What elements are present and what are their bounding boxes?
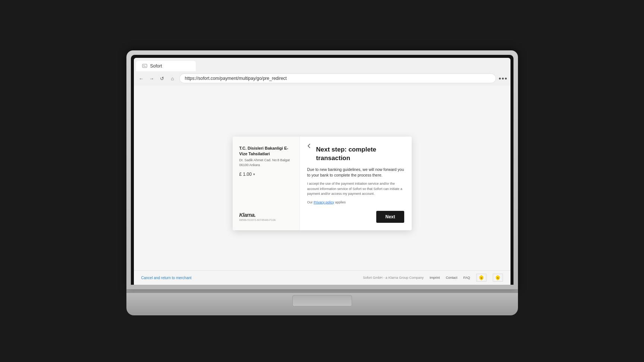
- privacy-line: Our Privacy policy applies: [307, 200, 404, 204]
- browser-content: T.C. Disisleri Bakanligi E-Vize Tahsilat…: [134, 85, 511, 285]
- svg-text:N: N: [497, 277, 499, 279]
- browser-tab-sofort[interactable]: Sofort: [136, 61, 196, 71]
- payment-main: T.C. Disisleri Bakanligi E-Vize Tahsilat…: [134, 97, 511, 270]
- merchant-address: Dr. Sadik Ahmet Cad. No:8 Balgat06100 An…: [239, 158, 293, 167]
- svg-rect-0: [142, 64, 147, 68]
- payment-dialog: T.C. Disisleri Bakanligi E-Vize Tahsilat…: [233, 137, 412, 230]
- dialog-desc-small: I accept the use of the payment initiati…: [307, 181, 404, 197]
- amount-row[interactable]: £ 1.00 ▾: [239, 172, 293, 177]
- norton-icon-1: N: [476, 274, 487, 282]
- next-button[interactable]: Next: [376, 211, 404, 223]
- url-bar[interactable]: https://sofort.com/payment/multipay/go/p…: [179, 74, 496, 83]
- klarna-logo: Klarna.: [239, 212, 293, 218]
- norton-badge-1: N: [476, 274, 487, 282]
- merchant-name: T.C. Disisleri Bakanligi E-Vize Tahsilat…: [239, 146, 293, 156]
- footer-company: Sofort GmbH - a Klarna Group Company: [363, 276, 424, 280]
- klarna-branding: Klarna. 68568-513372-60745446-F10A: [239, 205, 293, 221]
- laptop-hinge: [126, 289, 518, 293]
- footer-faq-link[interactable]: FAQ: [463, 276, 470, 280]
- norton-badge-2: N: [493, 274, 503, 282]
- forward-nav-btn[interactable]: →: [148, 75, 155, 82]
- dialog-right-panel: Next step: complete transaction Due to n…: [300, 137, 412, 230]
- browser-chrome: Sofort ← → ↺ ⌂ https://sofort.com/paymen…: [134, 58, 511, 85]
- tab-title: Sofort: [150, 63, 162, 69]
- page-footer: Cancel and return to merchant Sofort Gmb…: [134, 270, 511, 285]
- url-text: https://sofort.com/payment/multipay/go/p…: [185, 76, 287, 81]
- tab-favicon-icon: [142, 63, 147, 69]
- browser-toolbar: ← → ↺ ⌂ https://sofort.com/payment/multi…: [134, 71, 511, 85]
- dialog-desc-main: Due to new banking guidelines, we will n…: [307, 167, 404, 179]
- klarna-id: 68568-513372-60745446-F10A: [239, 219, 293, 221]
- cancel-return-link[interactable]: Cancel and return to merchant: [141, 276, 192, 280]
- menu-dot-3: [505, 78, 507, 79]
- merchant-info: T.C. Disisleri Bakanligi E-Vize Tahsilat…: [239, 146, 293, 177]
- footer-imprint-link[interactable]: Imprint: [430, 276, 440, 280]
- laptop-bottom: [126, 293, 518, 315]
- menu-dot-2: [502, 78, 504, 79]
- footer-right: Sofort GmbH - a Klarna Group Company Imp…: [363, 274, 503, 282]
- norton-icon-2: N: [493, 274, 503, 282]
- trackpad[interactable]: [292, 295, 352, 306]
- browser-menu[interactable]: [499, 78, 507, 79]
- home-nav-btn[interactable]: ⌂: [169, 75, 176, 82]
- dialog-title: Next step: complete transaction: [307, 146, 404, 162]
- reload-nav-btn[interactable]: ↺: [158, 75, 166, 82]
- svg-text:N: N: [481, 277, 482, 279]
- footer-contact-link[interactable]: Contact: [446, 276, 457, 280]
- privacy-prefix: Our: [307, 200, 314, 204]
- chevron-down-icon: ▾: [253, 172, 255, 176]
- amount: £ 1.00: [239, 172, 252, 177]
- menu-dot-1: [499, 78, 501, 79]
- laptop: Sofort ← → ↺ ⌂ https://sofort.com/paymen…: [126, 50, 518, 312]
- payment-page: T.C. Disisleri Bakanligi E-Vize Tahsilat…: [134, 85, 511, 285]
- dialog-left-panel: T.C. Disisleri Bakanligi E-Vize Tahsilat…: [233, 137, 300, 230]
- laptop-lid: Sofort ← → ↺ ⌂ https://sofort.com/paymen…: [126, 50, 518, 289]
- screen-bezel: Sofort ← → ↺ ⌂ https://sofort.com/paymen…: [131, 55, 513, 285]
- privacy-policy-link[interactable]: Privacy policy: [314, 200, 334, 204]
- browser-tabs: Sofort: [134, 58, 511, 71]
- dialog-back-button[interactable]: [305, 142, 313, 150]
- back-nav-btn[interactable]: ←: [138, 75, 145, 82]
- privacy-suffix: applies: [334, 200, 346, 204]
